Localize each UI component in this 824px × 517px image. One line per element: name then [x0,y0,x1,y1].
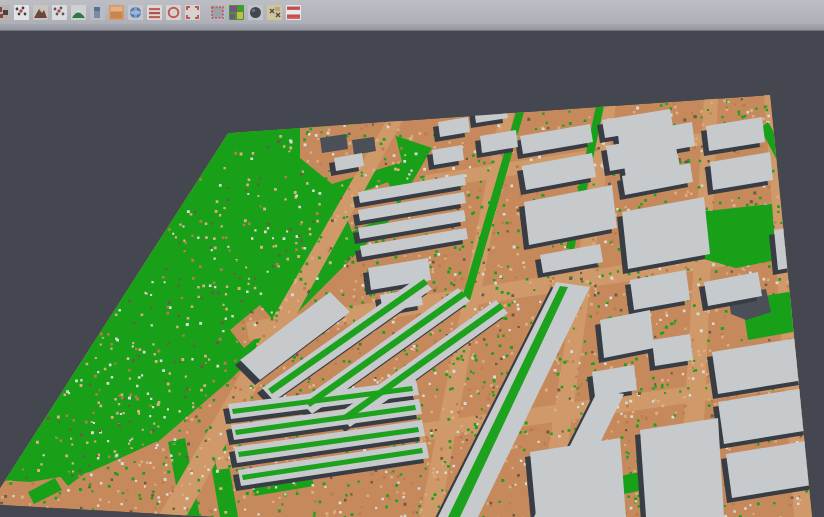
profile-icon [90,5,105,20]
classification-map-icon [229,5,244,20]
image-frame-icon[interactable] [210,5,225,20]
toolbar [0,0,824,24]
map-marks-icon[interactable] [267,5,282,20]
globe-icon [128,5,143,20]
image-frame-icon [210,5,225,20]
crop-tool-icon[interactable] [0,5,10,20]
target-circle-icon [166,5,181,20]
flag-stripes-icon [286,5,301,20]
toolbar-lower-strip [0,24,824,31]
sphere-model-icon [248,5,263,20]
target-circle-icon[interactable] [166,5,181,20]
toolbar-separator [202,5,208,20]
pick-point-icon[interactable] [14,5,29,20]
ortho-image-icon[interactable] [109,5,124,20]
mesh-mountain-icon [33,5,48,20]
application-window [0,0,824,517]
selection-box-icon[interactable] [185,5,200,20]
selection-box-icon [185,5,200,20]
contour-lines-icon [147,5,162,20]
crop-tool-icon [0,5,10,20]
tree-line [698,204,776,268]
terrain-icon [71,5,86,20]
profile-icon[interactable] [90,5,105,20]
point-cloud-icon [52,5,67,20]
3d-viewport-canvas[interactable] [0,0,824,517]
globe-icon[interactable] [128,5,143,20]
ortho-image-icon [109,5,124,20]
terrain-icon[interactable] [71,5,86,20]
pick-point-icon [14,5,29,20]
building-roof [530,438,626,517]
flag-stripes-icon[interactable] [286,5,301,20]
point-cloud-icon[interactable] [52,5,67,20]
sphere-model-icon[interactable] [248,5,263,20]
classification-map-icon[interactable] [229,5,244,20]
mesh-mountain-icon[interactable] [33,5,48,20]
contour-lines-icon[interactable] [147,5,162,20]
building-roof [640,418,724,517]
map-marks-icon [267,5,282,20]
